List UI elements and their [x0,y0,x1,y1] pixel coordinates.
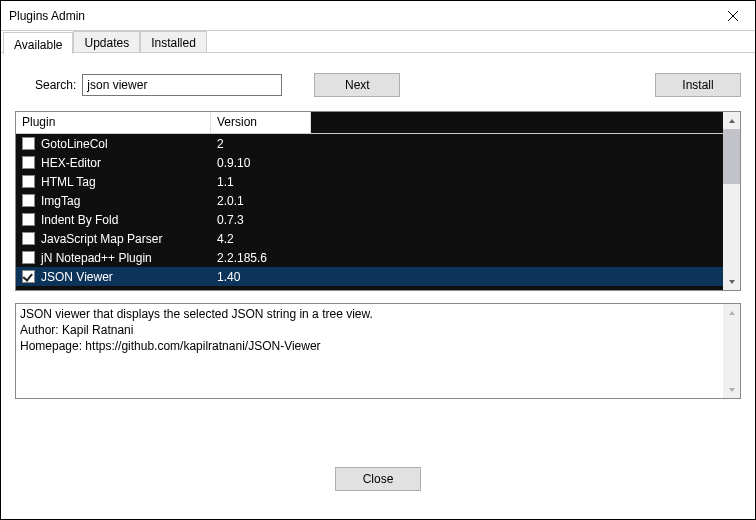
scroll-up-icon[interactable] [723,112,740,129]
desc-scroll-up-icon[interactable] [723,304,740,321]
svg-marker-4 [729,311,735,315]
row-version: 0.7.3 [211,213,311,227]
plugin-list: Plugin Version GotoLineCol2HEX-Editor0.9… [15,111,741,291]
table-row[interactable]: jN Notepad++ Plugin2.2.185.6 [16,248,723,267]
row-version: 0.9.10 [211,156,311,170]
close-button[interactable]: Close [335,467,421,491]
desc-scroll-down-icon[interactable] [723,381,740,398]
header-plugin[interactable]: Plugin [16,112,211,133]
search-label: Search: [35,78,76,92]
row-checkbox[interactable] [22,270,35,283]
row-name: HEX-Editor [41,156,101,170]
tab-available[interactable]: Available [3,32,73,54]
row-version: 1.1 [211,175,311,189]
row-name: GotoLineCol [41,137,108,151]
row-checkbox[interactable] [22,137,35,150]
row-checkbox[interactable] [22,194,35,207]
row-version: 4.2 [211,232,311,246]
install-button[interactable]: Install [655,73,741,97]
next-button[interactable]: Next [314,73,400,97]
svg-marker-3 [729,280,735,284]
table-row[interactable]: HEX-Editor0.9.10 [16,153,723,172]
footer: Close [15,399,741,509]
tab-updates[interactable]: Updates [73,31,140,52]
row-checkbox[interactable] [22,232,35,245]
row-name: JavaScript Map Parser [41,232,162,246]
row-name: HTML Tag [41,175,96,189]
search-input[interactable] [82,74,282,96]
list-scrollbar[interactable] [723,112,740,290]
window-title: Plugins Admin [9,9,85,23]
close-icon[interactable] [710,1,755,31]
table-row[interactable]: JavaScript Map Parser4.2 [16,229,723,248]
row-name: JSON Viewer [41,270,113,284]
tabs: Available Updates Installed [1,31,755,53]
row-version: 2.0.1 [211,194,311,208]
row-version: 2 [211,137,311,151]
scroll-down-icon[interactable] [723,273,740,290]
plugins-admin-window: Plugins Admin Available Updates Installe… [0,0,756,520]
row-name: ImgTag [41,194,80,208]
svg-marker-5 [729,388,735,392]
list-rows: GotoLineCol2HEX-Editor0.9.10HTML Tag1.1I… [16,134,723,290]
list-headers: Plugin Version [16,112,723,134]
row-name: jN Notepad++ Plugin [41,251,152,265]
table-row[interactable]: Indent By Fold0.7.3 [16,210,723,229]
description-box: JSON viewer that displays the selected J… [15,303,741,399]
table-row[interactable]: ImgTag2.0.1 [16,191,723,210]
row-name: Indent By Fold [41,213,118,227]
row-checkbox[interactable] [22,213,35,226]
row-version: 1.40 [211,270,311,284]
table-row[interactable]: JSON Viewer1.40 [16,267,723,286]
header-version[interactable]: Version [211,112,311,133]
row-checkbox[interactable] [22,156,35,169]
row-version: 2.2.185.6 [211,251,311,265]
scroll-thumb[interactable] [723,129,740,184]
header-spacer [311,112,723,133]
description-scrollbar[interactable] [723,304,740,398]
titlebar: Plugins Admin [1,1,755,31]
row-checkbox[interactable] [22,175,35,188]
tab-body: Search: Next Install Plugin Version Goto… [1,53,755,519]
table-row[interactable]: HTML Tag1.1 [16,172,723,191]
table-row[interactable]: GotoLineCol2 [16,134,723,153]
row-checkbox[interactable] [22,251,35,264]
description-text: JSON viewer that displays the selected J… [16,304,723,398]
tab-installed[interactable]: Installed [140,31,207,52]
svg-marker-2 [729,119,735,123]
search-row: Search: Next Install [15,73,741,97]
